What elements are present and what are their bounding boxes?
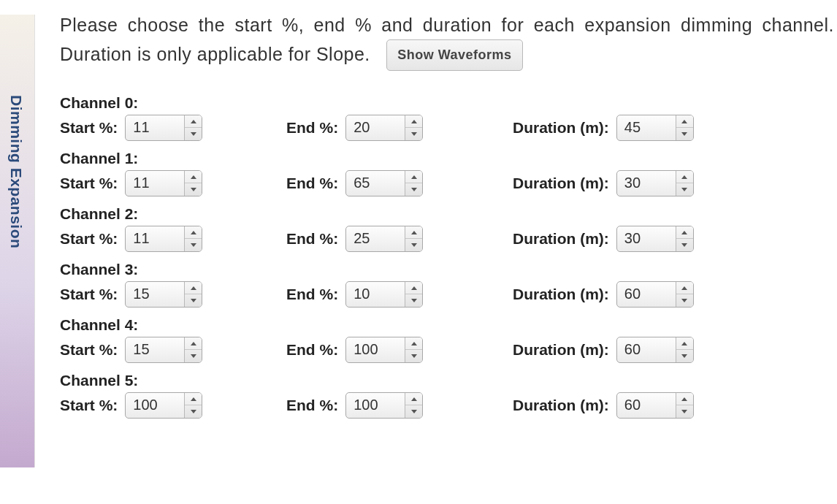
channel-5-duration-spinner — [616, 392, 694, 419]
channel-4-end-increment-button[interactable] — [405, 337, 422, 350]
channel-0-end-increment-button[interactable] — [405, 115, 422, 128]
channel-1-end-input[interactable] — [346, 171, 405, 196]
duration-label: Duration (m): — [513, 230, 609, 248]
chevron-down-icon — [681, 354, 687, 358]
start-label: Start %: — [60, 286, 118, 303]
channel-3-end-increment-button[interactable] — [405, 282, 422, 294]
channel-1-end-increment-button[interactable] — [405, 171, 422, 183]
channel-4-duration-input[interactable] — [617, 337, 676, 362]
channel-1-end-stepper — [405, 171, 422, 196]
channel-2-duration-decrement-button[interactable] — [676, 238, 693, 251]
channel-2-end-decrement-button[interactable] — [405, 238, 422, 251]
channel-5-start-stepper — [184, 393, 202, 418]
channel-2-label: Channel 2: — [60, 205, 837, 223]
chevron-down-icon — [411, 299, 417, 302]
channel-0-end-stepper — [405, 115, 422, 140]
channel-2-start-decrement-button[interactable] — [185, 238, 202, 251]
channel-2-duration-input[interactable] — [617, 226, 676, 251]
end-label: End %: — [286, 175, 338, 192]
channel-1-duration-input[interactable] — [617, 171, 676, 196]
channel-4-end-stepper — [405, 337, 422, 362]
channel-5-start-decrement-button[interactable] — [185, 405, 202, 418]
channel-5-start-input[interactable] — [126, 393, 184, 418]
channel-3-start-increment-button[interactable] — [185, 282, 202, 294]
chevron-up-icon — [681, 120, 687, 123]
channel-1-start-increment-button[interactable] — [185, 171, 202, 183]
channel-3-duration-decrement-button[interactable] — [676, 294, 693, 307]
channel-1-label: Channel 1: — [60, 150, 837, 167]
chevron-down-icon — [681, 132, 687, 136]
channel-4-start-increment-button[interactable] — [185, 337, 202, 350]
channel-5-duration-increment-button[interactable] — [676, 393, 693, 405]
channel-4-start-input[interactable] — [126, 337, 184, 362]
channel-3-start-decrement-button[interactable] — [185, 294, 202, 307]
channel-0-start-increment-button[interactable] — [185, 115, 202, 128]
channel-5-duration-input[interactable] — [617, 393, 676, 418]
channel-3-end-decrement-button[interactable] — [405, 294, 422, 307]
chevron-up-icon — [411, 397, 417, 401]
channel-3-duration-spinner — [616, 281, 694, 308]
channel-2-end-spinner — [345, 226, 423, 252]
channel-5-duration-decrement-button[interactable] — [676, 405, 693, 418]
chevron-up-icon — [411, 342, 417, 345]
channel-2-start-spinner — [125, 226, 202, 252]
channel-2-end-input[interactable] — [346, 226, 405, 251]
main-content: Please choose the start %, end % and dur… — [60, 10, 837, 427]
channel-3-end-input[interactable] — [346, 282, 405, 307]
channel-4-start-decrement-button[interactable] — [185, 349, 202, 362]
channel-4-duration-spinner — [616, 337, 694, 363]
channel-4-end-input[interactable] — [346, 337, 405, 362]
channel-1-duration-increment-button[interactable] — [676, 171, 693, 183]
channel-0-end-input[interactable] — [346, 115, 405, 140]
channel-0-duration-decrement-button[interactable] — [676, 127, 693, 140]
channel-0-start-input[interactable] — [126, 115, 184, 140]
end-label: End %: — [286, 119, 338, 137]
channel-0-duration-input[interactable] — [617, 115, 676, 140]
channel-2-start-input[interactable] — [126, 226, 184, 251]
channel-4-end-spinner — [345, 337, 423, 363]
channel-5-start-increment-button[interactable] — [185, 393, 202, 405]
chevron-down-icon — [681, 188, 687, 191]
channel-4-row: Start %: End %: Duration (m): — [60, 337, 837, 363]
channel-1-end-decrement-button[interactable] — [405, 183, 422, 196]
channel-5-end-decrement-button[interactable] — [405, 405, 422, 418]
chevron-up-icon — [191, 342, 196, 345]
channel-3-end-spinner — [345, 281, 423, 308]
start-label: Start %: — [60, 230, 118, 248]
channel-4-duration-stepper — [676, 337, 693, 362]
start-label: Start %: — [60, 119, 118, 137]
show-waveforms-button[interactable]: Show Waveforms — [386, 39, 522, 71]
channel-3-duration-input[interactable] — [617, 282, 676, 307]
channel-1-start-input[interactable] — [126, 171, 184, 196]
channel-5-end-stepper — [405, 393, 422, 418]
channel-2-end-increment-button[interactable] — [405, 226, 422, 239]
chevron-down-icon — [681, 299, 687, 302]
channel-0-label: Channel 0: — [60, 94, 837, 112]
channel-4-duration-decrement-button[interactable] — [676, 349, 693, 362]
channel-0-end-decrement-button[interactable] — [405, 127, 422, 140]
channel-3-start-input[interactable] — [126, 282, 184, 307]
channel-2-duration-increment-button[interactable] — [676, 226, 693, 239]
end-label: End %: — [286, 397, 338, 414]
chevron-down-icon — [191, 243, 196, 247]
duration-label: Duration (m): — [513, 119, 609, 137]
chevron-up-icon — [411, 286, 417, 290]
channel-5-row: Start %: End %: Duration (m): — [60, 392, 837, 419]
channel-1-start-decrement-button[interactable] — [185, 183, 202, 196]
sidebar-tab[interactable]: Dimming Expansion — [0, 15, 35, 467]
channel-4-duration-increment-button[interactable] — [676, 337, 693, 350]
channel-2-start-increment-button[interactable] — [185, 226, 202, 239]
duration-label: Duration (m): — [513, 341, 609, 359]
channel-2-row: Start %: End %: Duration (m): — [60, 226, 837, 252]
channel-4-end-decrement-button[interactable] — [405, 349, 422, 362]
channel-1-duration-decrement-button[interactable] — [676, 183, 693, 196]
channel-1-duration-spinner — [616, 170, 694, 196]
duration-label: Duration (m): — [513, 286, 609, 303]
channel-3-duration-increment-button[interactable] — [676, 282, 693, 294]
channel-3-label: Channel 3: — [60, 261, 837, 278]
channel-0-duration-increment-button[interactable] — [676, 115, 693, 128]
channel-5-end-increment-button[interactable] — [405, 393, 422, 405]
chevron-down-icon — [191, 410, 196, 413]
channel-0-start-decrement-button[interactable] — [185, 127, 202, 140]
channel-5-end-input[interactable] — [346, 393, 405, 418]
